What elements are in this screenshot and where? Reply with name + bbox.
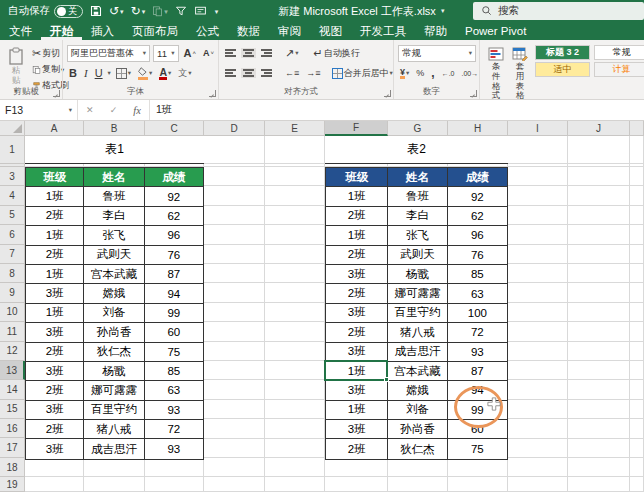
table2-cell[interactable]: 87: [448, 362, 507, 381]
table1-cell[interactable]: 娜可露露: [84, 381, 144, 400]
table1-cell[interactable]: 60: [145, 323, 203, 342]
table2-cell[interactable]: 2班: [326, 439, 388, 458]
table1-cell[interactable]: 孙尚香: [84, 323, 144, 342]
table1-cell[interactable]: 99: [145, 304, 203, 323]
table2-cell[interactable]: 2班: [326, 207, 388, 226]
table2-cell[interactable]: 1班: [326, 187, 388, 206]
table2-cell[interactable]: 2班: [326, 246, 388, 265]
table2-cell[interactable]: 100: [448, 304, 507, 323]
row-header-3[interactable]: 3: [0, 167, 25, 186]
tab-公式[interactable]: 公式: [187, 22, 228, 40]
table2-cell[interactable]: 3班: [326, 381, 388, 400]
number-dialog-launcher[interactable]: [470, 90, 477, 97]
decrease-indent-button[interactable]: ←≡: [283, 68, 301, 79]
table1-cell[interactable]: 3班: [26, 284, 84, 303]
table1-cell[interactable]: 宫本武藏: [84, 265, 144, 284]
tab-开始[interactable]: 开始: [41, 22, 82, 40]
save-icon[interactable]: [90, 5, 102, 17]
qat-overflow-icon[interactable]: ▾: [214, 8, 219, 15]
row-header-17[interactable]: 17: [0, 438, 25, 457]
row-header-18[interactable]: 18: [0, 458, 25, 477]
table1-cell[interactable]: 1班: [26, 226, 84, 245]
table2-cell[interactable]: 72: [448, 323, 507, 342]
table1-cell[interactable]: 94: [145, 284, 203, 303]
column-header-F[interactable]: F: [325, 121, 388, 136]
table1-cell[interactable]: 87: [145, 265, 203, 284]
table2-cell[interactable]: 76: [448, 246, 507, 265]
table1-cell[interactable]: 76: [145, 246, 203, 265]
decrease-decimal-button[interactable]: .00→: [459, 69, 480, 78]
increase-indent-button[interactable]: →≡: [304, 68, 322, 79]
percent-button[interactable]: %: [414, 67, 426, 79]
alignment-dialog-launcher[interactable]: [384, 90, 391, 97]
table2-cell[interactable]: 2班: [326, 323, 388, 342]
row-header-7[interactable]: 7: [0, 245, 25, 264]
column-header-E[interactable]: E: [265, 121, 325, 136]
table2-cell[interactable]: 娜可露露: [388, 284, 447, 303]
table1-cell[interactable]: 85: [145, 362, 203, 381]
table1-cell[interactable]: 李白: [84, 207, 144, 226]
table2-cell[interactable]: 成吉思汗: [388, 343, 447, 362]
merge-center-button[interactable]: 合并后居中▾: [330, 66, 395, 81]
column-header-G[interactable]: G: [388, 121, 448, 136]
tab-文件[interactable]: 文件: [0, 22, 41, 40]
table1-cell[interactable]: 百里守约: [84, 401, 144, 420]
row-header-5[interactable]: 5: [0, 206, 25, 225]
table2-cell[interactable]: 百里守约: [388, 304, 447, 323]
table1-cell[interactable]: 1班: [26, 304, 84, 323]
fill-handle[interactable]: [384, 377, 389, 382]
cell-style-chip-1[interactable]: 标题 3 2: [535, 45, 590, 60]
enter-icon[interactable]: ✓: [110, 105, 118, 115]
select-all-button[interactable]: [0, 121, 25, 136]
table2-cell[interactable]: 猪八戒: [388, 323, 447, 342]
row-header-13[interactable]: 13: [0, 361, 25, 380]
formula-input[interactable]: 1班: [150, 100, 644, 120]
table1-cell[interactable]: 鲁班: [84, 187, 144, 206]
form-icon[interactable]: [194, 5, 207, 17]
table1-cell[interactable]: 63: [145, 381, 203, 400]
table1-cell[interactable]: 杨戬: [84, 362, 144, 381]
row-header-4[interactable]: 4: [0, 186, 25, 205]
table1-cell[interactable]: 2班: [26, 381, 84, 400]
table2-cell[interactable]: 2班: [326, 284, 388, 303]
align-bottom-button[interactable]: [259, 48, 274, 58]
table1-cell[interactable]: 武则天: [84, 246, 144, 265]
comma-button[interactable]: ,: [429, 65, 436, 81]
font-dialog-launcher[interactable]: [209, 90, 216, 97]
table2-cell[interactable]: 63: [448, 284, 507, 303]
conditional-formatting-button[interactable]: 条件格式▾: [484, 45, 508, 99]
table1-cell[interactable]: 嫦娥: [84, 284, 144, 303]
table1-cell[interactable]: 1班: [26, 187, 84, 206]
row-header-9[interactable]: 9: [0, 283, 25, 302]
row-header-12[interactable]: 12: [0, 342, 25, 361]
insert-function-icon[interactable]: fx: [133, 105, 141, 116]
table2-cell[interactable]: 3班: [326, 343, 388, 362]
font-size-select[interactable]: 11▾: [153, 45, 178, 62]
table1-cell[interactable]: 93: [145, 439, 203, 458]
column-header-J[interactable]: J: [568, 121, 630, 136]
column-header-partial[interactable]: [630, 121, 644, 136]
column-header-D[interactable]: D: [204, 121, 265, 136]
table2-cell[interactable]: 狄仁杰: [388, 439, 447, 458]
table2-cell[interactable]: 鲁班: [388, 187, 447, 206]
table1-cell[interactable]: 62: [145, 207, 203, 226]
table2-cell[interactable]: 张飞: [388, 226, 447, 245]
table1-cell[interactable]: 3班: [26, 323, 84, 342]
table2-cell[interactable]: 嫦娥: [388, 381, 447, 400]
row-header-14[interactable]: 14: [0, 380, 25, 399]
table1-cell[interactable]: 96: [145, 226, 203, 245]
row-header-8[interactable]: 8: [0, 264, 25, 283]
table1-cell[interactable]: 2班: [26, 420, 84, 439]
tab-Power Pivot[interactable]: Power Pivot: [456, 22, 535, 40]
bold-button[interactable]: B: [67, 66, 79, 80]
document-title[interactable]: 新建 Microsoft Excel 工作表.xlsx▾: [278, 4, 444, 19]
orientation-button[interactable]: ↗▾: [283, 47, 300, 60]
row-header-16[interactable]: 16: [0, 419, 25, 438]
tab-视图[interactable]: 视图: [310, 22, 351, 40]
search-input[interactable]: 搜索: [473, 2, 644, 20]
table1-cell[interactable]: 2班: [26, 207, 84, 226]
table1-cell[interactable]: 3班: [26, 401, 84, 420]
column-header-I[interactable]: I: [508, 121, 568, 136]
tab-插入[interactable]: 插入: [82, 22, 123, 40]
cell-style-chip-2[interactable]: 常规: [594, 45, 644, 60]
